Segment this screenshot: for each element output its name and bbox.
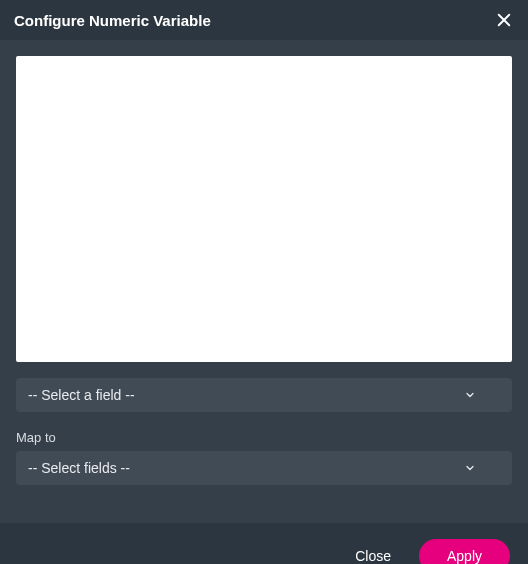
field-select-placeholder: -- Select a field -- xyxy=(28,387,135,403)
map-to-label: Map to xyxy=(16,430,512,445)
preview-panel xyxy=(16,56,512,362)
close-button[interactable]: Close xyxy=(345,540,401,564)
map-to-placeholder: -- Select fields -- xyxy=(28,460,130,476)
chevron-down-icon xyxy=(464,389,476,401)
map-to-select[interactable]: -- Select fields -- xyxy=(16,451,512,485)
chevron-down-icon xyxy=(464,462,476,474)
configure-variable-dialog: Configure Numeric Variable -- Select a f… xyxy=(0,0,528,564)
field-select[interactable]: -- Select a field -- xyxy=(16,378,512,412)
close-icon[interactable] xyxy=(494,10,514,30)
dialog-body: -- Select a field -- Map to -- Select fi… xyxy=(0,40,528,523)
dialog-footer: Close Apply xyxy=(0,523,528,564)
dialog-header: Configure Numeric Variable xyxy=(0,0,528,40)
dialog-title: Configure Numeric Variable xyxy=(14,12,211,29)
field-select-wrap: -- Select a field -- xyxy=(16,378,512,412)
map-to-wrap: Map to -- Select fields -- xyxy=(16,430,512,485)
apply-button[interactable]: Apply xyxy=(419,539,510,564)
